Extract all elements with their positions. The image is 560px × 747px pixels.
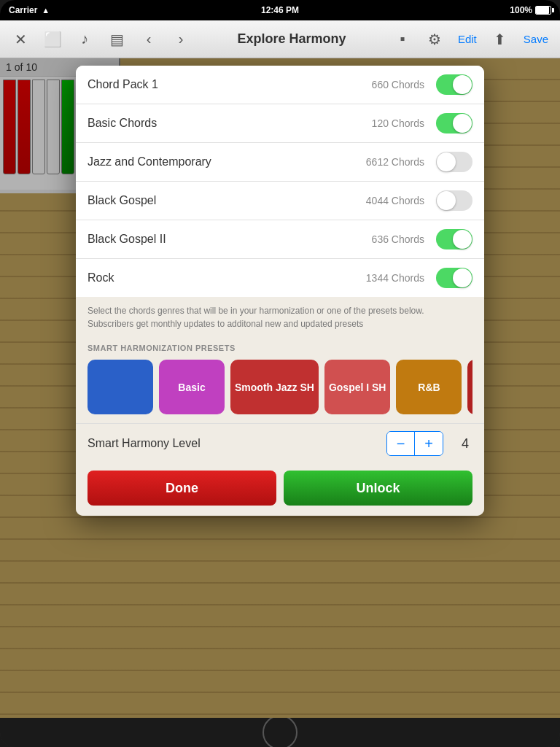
chord-row-rock: Rock 1344 Chords bbox=[76, 259, 484, 297]
preset-btn-preaching[interactable]: Preaching Chords bbox=[467, 360, 472, 414]
preset-btn-rnb[interactable]: R&B bbox=[396, 360, 462, 414]
chord-count-blackgospel: 4044 Chords bbox=[366, 195, 424, 206]
toggle-rock[interactable] bbox=[436, 268, 472, 288]
chord-settings-modal: Chord Pack 1 660 Chords Basic Chords 120… bbox=[76, 66, 484, 516]
chord-count-jazz: 6612 Chords bbox=[366, 156, 424, 168]
chord-name-blackgospel2: Black Gospel II bbox=[88, 233, 372, 246]
preset-btn-gospel[interactable]: Gospel I SH bbox=[324, 360, 391, 414]
preset-btn-smoothjazz[interactable]: Smooth Jazz SH bbox=[230, 360, 319, 414]
chord-name-rock: Rock bbox=[88, 271, 366, 285]
wifi-icon: ▲ bbox=[42, 6, 50, 15]
unlock-button[interactable]: Unlock bbox=[284, 471, 472, 506]
presets-scroll: Basic Smooth Jazz SH Gospel I SH R&B Pre… bbox=[88, 360, 472, 417]
ipad-frame: Carrier ▲ 12:46 PM 100% ✕ ⬜ ♪ ▤ ‹ › Expl… bbox=[0, 0, 560, 747]
harmony-level-label: Smart Harmony Level bbox=[88, 437, 386, 450]
page-title: Explore Harmony bbox=[200, 31, 384, 47]
chord-row-basic: Basic Chords 120 Chords bbox=[76, 104, 484, 143]
settings-icon[interactable]: ⚙ bbox=[421, 26, 448, 53]
save-button[interactable]: Save bbox=[519, 30, 553, 48]
chord-list: Chord Pack 1 660 Chords Basic Chords 120… bbox=[76, 66, 484, 297]
preset-btn-basic[interactable]: Basic bbox=[159, 360, 225, 414]
battery-label: 100% bbox=[510, 5, 532, 15]
toggle-pack1[interactable] bbox=[436, 74, 472, 95]
home-button[interactable] bbox=[262, 715, 298, 747]
chord-count-rock: 1344 Chords bbox=[366, 272, 424, 284]
presets-label: SMART HARMONIZATION PRESETS bbox=[88, 344, 472, 352]
increment-button[interactable]: + bbox=[415, 432, 443, 455]
chord-name-jazz: Jazz and Contemporary bbox=[88, 155, 366, 169]
chord-count-basic: 120 Chords bbox=[372, 117, 424, 129]
wrench-icon[interactable]: ✕ bbox=[7, 26, 34, 53]
battery-icon bbox=[535, 6, 551, 15]
presets-section: SMART HARMONIZATION PRESETS Basic Smooth… bbox=[76, 338, 484, 423]
chord-row-jazz: Jazz and Contemporary 6612 Chords bbox=[76, 143, 484, 182]
home-indicator bbox=[0, 718, 560, 747]
barcode-icon[interactable]: ▤ bbox=[104, 26, 130, 53]
harmony-level-row: Smart Harmony Level − + 4 bbox=[76, 423, 484, 463]
toggle-basic[interactable] bbox=[436, 113, 472, 133]
main-content: 1 of 10 bbox=[0, 58, 560, 718]
chord-row-pack1: Chord Pack 1 660 Chords bbox=[76, 66, 484, 104]
toggle-blackgospel2[interactable] bbox=[436, 229, 472, 249]
decrement-button[interactable]: − bbox=[387, 432, 415, 455]
toolbar: ✕ ⬜ ♪ ▤ ‹ › Explore Harmony ▪ ⚙ Edit ⬆ S… bbox=[0, 20, 560, 58]
chord-name-blackgospel: Black Gospel bbox=[88, 194, 366, 207]
modal-overlay: Chord Pack 1 660 Chords Basic Chords 120… bbox=[0, 58, 560, 718]
chord-row-blackgospel2: Black Gospel II 636 Chords bbox=[76, 220, 484, 259]
chord-count-blackgospel2: 636 Chords bbox=[372, 233, 424, 245]
carrier-label: Carrier bbox=[9, 5, 37, 15]
status-bar: Carrier ▲ 12:46 PM 100% bbox=[0, 0, 560, 20]
edit-button[interactable]: Edit bbox=[454, 30, 481, 48]
chord-name-basic: Basic Chords bbox=[88, 117, 372, 130]
folder-icon[interactable]: ⬜ bbox=[39, 26, 66, 53]
preset-btn-unknown[interactable] bbox=[88, 360, 153, 414]
harmony-value: 4 bbox=[458, 436, 472, 452]
toggle-blackgospel[interactable] bbox=[436, 190, 472, 211]
description-text: Select the chords genres that will be in… bbox=[76, 297, 484, 338]
action-buttons: Done Unlock bbox=[76, 463, 484, 516]
back-icon[interactable]: ‹ bbox=[136, 26, 162, 53]
music-note-icon[interactable]: ♪ bbox=[71, 26, 98, 53]
done-button[interactable]: Done bbox=[88, 471, 276, 506]
chart-icon[interactable]: ▪ bbox=[389, 26, 416, 53]
chord-count-pack1: 660 Chords bbox=[372, 79, 424, 90]
toggle-jazz[interactable] bbox=[436, 152, 472, 172]
chord-name-pack1: Chord Pack 1 bbox=[88, 78, 372, 91]
harmony-stepper: − + bbox=[386, 431, 443, 456]
chord-row-blackgospel: Black Gospel 4044 Chords bbox=[76, 182, 484, 220]
time-label: 12:46 PM bbox=[261, 5, 299, 15]
share-icon[interactable]: ⬆ bbox=[487, 26, 513, 53]
forward-icon[interactable]: › bbox=[168, 26, 194, 53]
